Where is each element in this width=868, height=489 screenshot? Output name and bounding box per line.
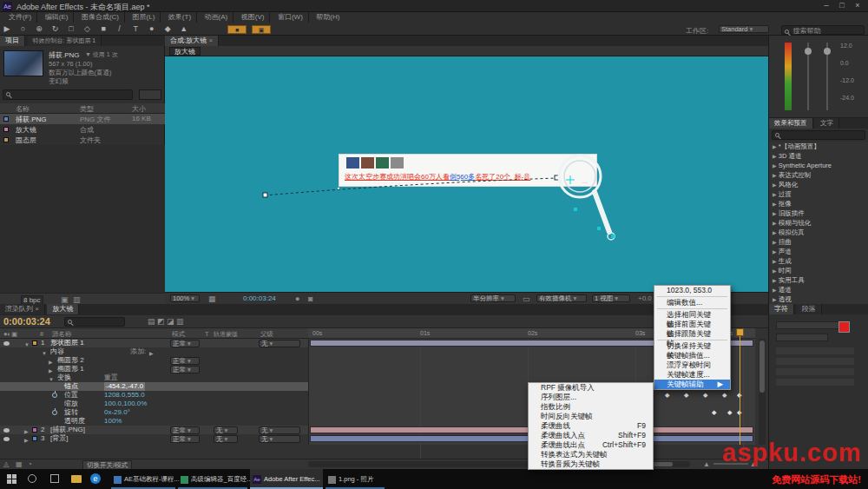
tab-timeline-comp[interactable]: 放大镜 [47, 304, 79, 314]
clone-tool-icon[interactable]: ◆ [161, 23, 174, 34]
tab-composition[interactable]: 合成:放大镜 × [165, 36, 219, 46]
column-parent[interactable]: 父级 [260, 330, 273, 339]
add-property-button[interactable]: 添加: [130, 347, 146, 356]
group-row-ellipse-2[interactable]: ▶ 椭圆形 2 正常 [0, 356, 308, 365]
layer-name[interactable]: 形状图层 1 [50, 339, 84, 347]
property-value[interactable]: -454.2,-47.0 [104, 382, 145, 391]
new-folder-icon[interactable]: ▣ [61, 295, 69, 304]
audio-slider-right-knob[interactable] [824, 48, 831, 55]
parent-select[interactable]: 无 [259, 426, 300, 434]
keyframe-icon[interactable]: ◆ [684, 392, 688, 398]
exposure-value[interactable]: +0.0 [638, 294, 652, 302]
menu-item-easy-ease-out[interactable]: 柔缓曲线出点Ctrl+Shift+F9 [529, 440, 653, 450]
menu-item-keyframe-assistant[interactable]: 关键帧辅助▶ [654, 380, 730, 389]
property-value[interactable]: 0x-29.0° [104, 408, 130, 417]
trash-icon[interactable]: ▥ [73, 295, 81, 304]
eye-icon[interactable] [3, 341, 10, 346]
trkmat-select[interactable]: 无 [214, 435, 238, 443]
viewer-timecode[interactable]: 0:00:03:24 [243, 294, 276, 302]
audio-slider-left-knob[interactable] [805, 48, 812, 55]
menu-item-exponential-scale[interactable]: 指数比例 [529, 402, 653, 412]
comp-name-chip[interactable]: 放大镜 [169, 47, 201, 56]
taskbar-app-1[interactable]: AE基础教程-课程... [111, 469, 175, 489]
type-tool-icon[interactable]: T [128, 23, 142, 34]
camera-select[interactable]: 有效摄像机 [536, 294, 587, 302]
effects-item[interactable]: ▶ 生成 [769, 256, 868, 266]
motion-blur-icon[interactable]: ◔ [28, 460, 32, 468]
tab-render-queue[interactable]: 渲染队列 × [0, 304, 45, 314]
project-row-solids[interactable]: 固态层 文件夹 [0, 135, 165, 145]
effects-item[interactable]: ▶ 3D 通道 [769, 151, 868, 161]
zoom-tool-icon[interactable]: ⊕ [32, 23, 46, 34]
layer-row-2[interactable]: ▶ 2 [捕获.PNG] 正常 无 无 [0, 426, 308, 434]
channel-icon[interactable]: ◙ [308, 294, 312, 303]
column-t[interactable]: T [205, 330, 209, 338]
playhead-handle[interactable] [736, 328, 744, 336]
safe-frames-icon[interactable]: ▦ [208, 294, 216, 303]
property-row-rotation[interactable]: 旋转 0x-29.0° [0, 408, 308, 417]
mode-select[interactable]: 正常 [170, 426, 200, 434]
effects-item[interactable]: ▶ 实用工具 [769, 275, 868, 285]
menu-animation[interactable]: 动画(A) [200, 12, 234, 23]
selection-tool-icon[interactable]: ▶ [0, 23, 14, 34]
pan-behind-tool-icon[interactable]: ◇ [81, 23, 95, 34]
menu-window[interactable]: 窗口(W) [273, 12, 309, 23]
effects-item[interactable]: ▶ 模拟仿真 [769, 228, 868, 237]
effects-item[interactable]: ▶ 扭曲 [769, 237, 868, 247]
layer-color-chip[interactable] [32, 427, 37, 433]
tab-effect-controls[interactable]: 特效控制台: 形状图层 1 [28, 36, 102, 46]
tab-project[interactable]: 项目 [0, 36, 25, 46]
minimize-button[interactable]: – [819, 1, 833, 10]
menu-item-select-following-keyframes[interactable]: 选择跟随关键帧 [654, 329, 730, 339]
start-button[interactable] [7, 474, 16, 484]
reset-button[interactable]: 重置 [104, 373, 118, 382]
effects-item[interactable]: ▶ 透视 [769, 294, 868, 304]
column-mode[interactable]: 模式 [172, 330, 185, 339]
effects-item[interactable]: ▶ *【动画预置】 [769, 142, 868, 151]
zoom-select[interactable]: 100% [170, 294, 200, 302]
keyframe-icon[interactable]: ◆ [665, 392, 669, 398]
timeline-search-input[interactable] [64, 317, 125, 327]
eye-icon[interactable] [3, 428, 10, 433]
layer-color-chip[interactable] [32, 436, 37, 441]
hand-tool-icon[interactable]: ○ [16, 23, 30, 34]
effects-item[interactable]: ▶ Synthetic Aperture [769, 161, 868, 170]
layer-row-1[interactable]: ▼ 1 形状图层 1 正常 无 [0, 339, 308, 347]
tab-paragraph[interactable]: 段落 [797, 304, 822, 314]
menu-item-select-equal-keyframes[interactable]: 选择相同关键帧 [654, 310, 730, 320]
column-number[interactable]: # [40, 330, 43, 338]
eye-icon[interactable] [3, 437, 10, 441]
menu-item-easy-ease-in[interactable]: 柔缓曲线入点Shift+F9 [529, 431, 653, 440]
tab-character[interactable]: 字符 [769, 304, 794, 314]
menu-item-convert-audio-to-keyframes[interactable]: 转换音频为关键帧 [529, 459, 653, 469]
project-row-capture[interactable]: 捕获.PNG PNG 文件 16 KB [0, 114, 165, 124]
group-row-transform[interactable]: ▼ 变换 重置 [0, 373, 308, 382]
property-row-scale[interactable]: 缩放 100.0,100.0% [0, 400, 308, 408]
parent-select[interactable]: 无 [259, 340, 300, 347]
project-row-comp[interactable]: 放大镜 合成 [0, 124, 165, 135]
composition-mini-flowchart-icon[interactable]: ▤ ◩ ◪ ▥ [148, 317, 184, 326]
blend-mode-select[interactable]: 正常 [170, 357, 200, 365]
mode-select[interactable]: 正常 [170, 340, 200, 347]
property-value[interactable]: 1208.0,555.0 [104, 391, 145, 400]
project-search-options-button[interactable] [139, 89, 161, 100]
keyframe-icon[interactable]: ◆ [703, 392, 707, 398]
stopwatch-icon[interactable] [52, 410, 57, 415]
close-button[interactable]: × [851, 1, 865, 10]
property-row-anchor[interactable]: 锚点 -454.2,-47.0 [0, 382, 308, 391]
effects-item[interactable]: ▶ 模糊与锐化 [769, 218, 868, 228]
effects-item[interactable]: ▶ 声道 [769, 247, 868, 256]
edge-browser-icon[interactable]: e [90, 473, 101, 484]
column-name[interactable]: 名称 [16, 104, 30, 114]
puppet-tool-icon[interactable]: ▲ [177, 23, 191, 34]
layer-name[interactable]: [捕获.PNG] [50, 426, 85, 434]
workspace-select[interactable]: Standard [719, 25, 769, 33]
property-row-position[interactable]: 位置 1208.0,555.0 [0, 391, 308, 400]
font-style-select[interactable] [776, 334, 828, 341]
menu-item-time-reverse-keyframes[interactable]: 时间反向关键帧 [529, 412, 653, 421]
stopwatch-icon[interactable] [52, 393, 57, 398]
tab-close-icon[interactable]: × [208, 36, 213, 44]
menu-item-keyframe-velocity[interactable]: 关键帧速度... [654, 370, 730, 380]
effects-item[interactable]: ▶ 抠像 [769, 199, 868, 208]
character-control-row-4[interactable] [776, 379, 854, 386]
